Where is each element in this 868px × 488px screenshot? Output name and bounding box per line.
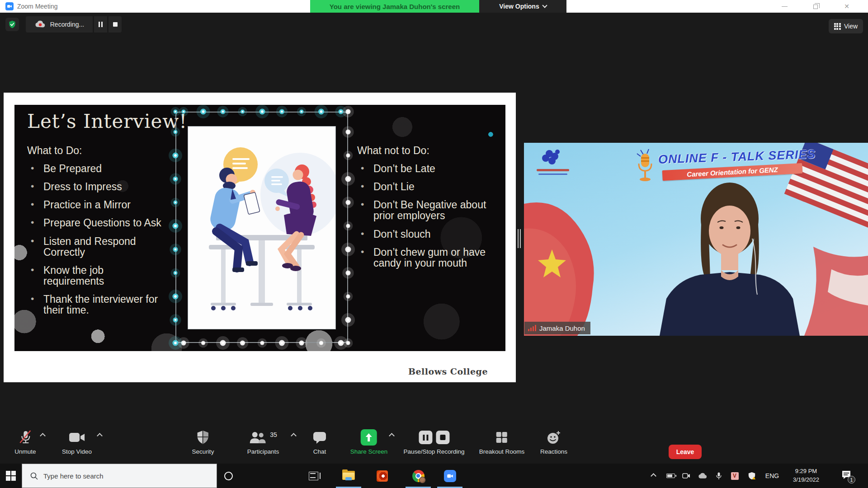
onedrive-cloud-icon: [698, 473, 707, 479]
share-screen-button[interactable]: Share Screen: [350, 428, 388, 455]
task-view-button[interactable]: [303, 464, 323, 488]
chrome-button[interactable]: [408, 464, 428, 488]
cortana-button[interactable]: [218, 464, 238, 488]
reactions-button[interactable]: Reactions: [540, 428, 567, 455]
presentation-slide: Let’s Interview! What to Do: Be Prepared…: [14, 105, 505, 351]
chat-button[interactable]: Chat: [313, 428, 326, 455]
clock[interactable]: 9:29 PM 3/19/2022: [784, 464, 828, 488]
what-not-to-do-list: Don’t be LateDon’t LieDon’t Be Negative …: [357, 163, 497, 268]
restore-icon: [813, 5, 818, 9]
bullet-item: Listen and Respond Correctly: [27, 236, 163, 258]
bullet-item: Prepare Questions to Ask: [27, 217, 163, 228]
meeting-toolbar: Unmute Stop Video Security: [0, 420, 868, 464]
start-button[interactable]: [0, 464, 22, 488]
pause-stop-recording-button[interactable]: Pause/Stop Recording: [403, 428, 464, 455]
stop-video-button[interactable]: Stop Video: [62, 428, 92, 455]
share-screen-icon: [361, 429, 377, 446]
recording-label: Recording...: [50, 21, 84, 28]
participants-count: 35: [270, 431, 277, 438]
interview-illustration: [188, 126, 336, 329]
search-input[interactable]: [43, 472, 193, 480]
v-app-icon: V: [731, 472, 739, 480]
bullet-item: Don’t Be Negative about prior employers: [357, 199, 497, 221]
minimize-button[interactable]: [774, 0, 795, 13]
reactions-smiley-icon: [547, 430, 561, 445]
taskbar-search[interactable]: [22, 464, 217, 488]
camera-tray-icon: [682, 473, 690, 479]
chevron-up-icon: [651, 473, 656, 479]
chevron-down-icon: [542, 3, 547, 8]
file-explorer-active-indicator: [336, 487, 361, 488]
bullet-item: Don’t chew gum or have candy in your mou…: [357, 247, 497, 268]
stop-icon: [113, 22, 118, 27]
unmute-button[interactable]: Unmute: [14, 428, 36, 455]
slide-footer: Bellows College: [408, 366, 488, 376]
office-button[interactable]: [372, 464, 392, 488]
stop-recording-button[interactable]: [108, 16, 122, 33]
video-camera-icon: [68, 432, 85, 443]
zoom-taskbar-button[interactable]: [440, 464, 460, 488]
breakout-rooms-label: Breakout Rooms: [479, 448, 525, 455]
file-explorer-icon: [342, 471, 355, 481]
battery-icon: [666, 474, 675, 478]
close-button[interactable]: ✕: [836, 0, 857, 13]
meeting-info-shield-button[interactable]: [5, 18, 19, 31]
office-icon: [377, 470, 388, 482]
pause-recording-button[interactable]: [94, 16, 107, 33]
tray-expand-button[interactable]: [646, 464, 661, 488]
school-logo: [534, 148, 575, 180]
defender-tray-button[interactable]: [744, 464, 760, 488]
panel-resize-handle[interactable]: [518, 229, 522, 248]
share-screen-label: Share Screen: [350, 448, 388, 455]
microphone-mascot-icon: [634, 147, 655, 183]
unmute-label: Unmute: [14, 448, 36, 455]
leave-button[interactable]: Leave: [669, 445, 702, 459]
participants-icon: [249, 431, 266, 444]
chrome-profile-avatar: [419, 477, 426, 483]
bullet-item: Know the job requirements: [27, 265, 163, 286]
breakout-rooms-icon: [495, 431, 508, 444]
participants-options-chevron[interactable]: [292, 434, 296, 438]
view-layout-button[interactable]: View: [829, 19, 863, 33]
window-title: Zoom Meeting: [17, 3, 57, 10]
chat-label: Chat: [313, 448, 326, 455]
file-explorer-button[interactable]: [339, 464, 359, 488]
view-options-button[interactable]: View Options: [479, 0, 566, 13]
language-indicator[interactable]: ENG: [762, 464, 782, 488]
screen-cast-tray-button[interactable]: [679, 464, 693, 488]
tray-time: 9:29 PM: [793, 467, 819, 476]
minimize-icon: [782, 6, 788, 7]
breakout-rooms-button[interactable]: Breakout Rooms: [479, 428, 525, 455]
muted-microphone-icon: [18, 429, 33, 446]
shield-check-icon: [8, 20, 17, 29]
notification-center-button[interactable]: 1: [835, 464, 857, 488]
onedrive-tray-button[interactable]: [695, 464, 710, 488]
speaker-video-tile[interactable]: ONLINE F - TALK SERIES Career Orientatio…: [524, 143, 868, 336]
reactions-label: Reactions: [540, 448, 567, 455]
participants-button[interactable]: 35 Participants: [247, 428, 279, 455]
cortana-icon: [224, 472, 233, 480]
task-view-icon: [309, 472, 318, 480]
video-options-chevron[interactable]: [98, 434, 102, 438]
recording-indicator-group: Recording...: [26, 16, 122, 33]
security-button[interactable]: Security: [192, 428, 214, 455]
bullet-item: Be Prepared: [27, 163, 163, 174]
share-options-chevron[interactable]: [390, 434, 394, 438]
microphone-tray-button[interactable]: [712, 464, 726, 488]
security-shield-icon: [197, 430, 209, 445]
search-icon: [30, 472, 38, 480]
v-app-tray-button[interactable]: V: [727, 464, 742, 488]
chat-bubble-icon: [313, 431, 326, 444]
zoom-meeting-window: Zoom Meeting ✕ You are viewing Jamaka Du…: [0, 0, 868, 488]
stop-recording-icon: [436, 431, 449, 444]
microphone-tray-icon: [716, 472, 722, 480]
chrome-icon: [412, 470, 425, 482]
bullet-item: Don’t be Late: [357, 163, 497, 174]
restore-button[interactable]: [805, 0, 826, 13]
battery-tray-button[interactable]: [663, 464, 678, 488]
cloud-recording-icon: [34, 20, 46, 29]
connection-signal-icon: [528, 325, 536, 331]
school-logo-icon: [534, 148, 572, 168]
audio-options-chevron[interactable]: [41, 434, 45, 438]
what-to-do-heading: What to Do:: [27, 145, 163, 157]
